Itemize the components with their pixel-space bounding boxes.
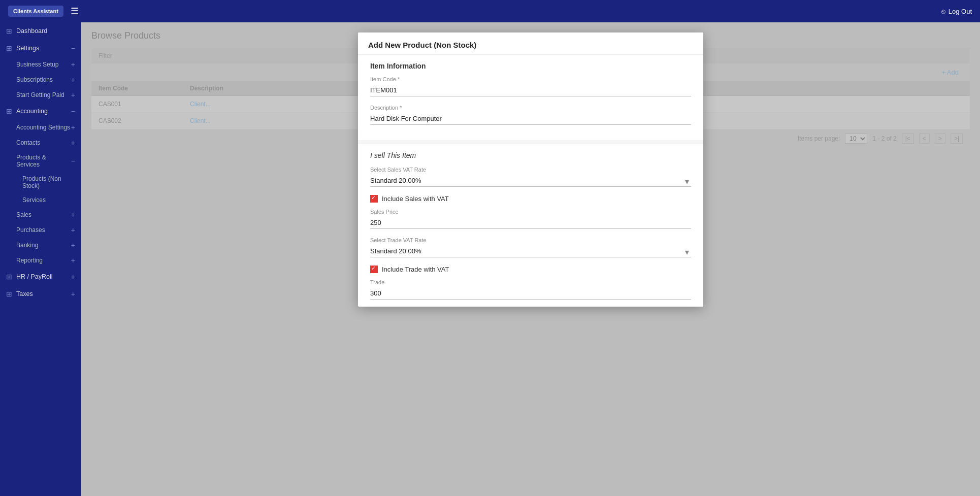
trade-vat-label: Select Trade VAT Rate [370,237,691,243]
reporting-expand-icon: + [71,256,75,264]
sidebar-label-banking: Banking [16,242,38,249]
sales-price-group: Sales Price [370,209,691,229]
trade-vat-group: Select Trade VAT Rate Standard 20.00%Red… [370,237,691,257]
include-sales-vat-row: Include Sales with VAT [370,195,691,203]
trade-input[interactable] [370,287,691,300]
sidebar-item-products-non-stock[interactable]: Products (Non Stock) [0,172,81,193]
sidebar-label-reporting: Reporting [16,257,43,264]
sidebar-label-dashboard: Dashboard [16,27,47,35]
business-setup-expand-icon: + [71,60,75,69]
item-code-label: Item Code * [370,76,691,82]
sidebar-label-accounting: Accounting [16,108,48,115]
trade-vat-select[interactable]: Standard 20.00%Reduced 5.00%Zero 0.00%Ex… [370,245,691,257]
taxes-expand-icon: + [71,290,75,298]
description-input[interactable] [370,113,691,125]
products-services-collapse-icon: − [71,157,75,165]
item-info-title: Item Information [370,62,691,70]
accounting-settings-expand-icon: + [71,123,75,131]
subscriptions-expand-icon: + [71,76,75,84]
banking-expand-icon: + [71,241,75,249]
sidebar-label-products-non-stock: Products (Non Stock) [22,175,75,189]
taxes-icon: ⊞ [6,290,12,298]
item-code-group: Item Code * [370,76,691,96]
logout-icon: ⎋ [941,8,945,15]
hr-payroll-expand-icon: + [71,273,75,281]
start-getting-paid-expand-icon: + [71,91,75,99]
modal-overlay: Add New Product (Non Stock) Item Informa… [81,22,980,496]
sidebar-item-contacts[interactable]: Contacts + [0,135,81,150]
sidebar-item-services[interactable]: Services [0,193,81,207]
sidebar-label-subscriptions: Subscriptions [16,76,53,83]
topbar: Clients Assistant ☰ ⎋ Log Out [0,0,980,22]
sidebar-label-start-getting-paid: Start Getting Paid [16,91,64,98]
sales-vat-select-wrapper: Standard 20.00%Reduced 5.00%Zero 0.00%Ex… [370,175,691,187]
trade-group: Trade [370,279,691,300]
include-sales-vat-checkbox[interactable] [370,195,378,203]
trade-vat-select-wrapper: Standard 20.00%Reduced 5.00%Zero 0.00%Ex… [370,245,691,257]
sidebar-label-settings: Settings [16,45,39,52]
include-trade-vat-label: Include Trade with VAT [382,266,449,273]
sidebar-item-settings[interactable]: ⊞ Settings − [0,40,81,57]
sidebar-label-purchases: Purchases [16,226,45,234]
accounting-icon: ⊞ [6,107,12,115]
app-logo: Clients Assistant [8,6,63,17]
include-trade-vat-checkbox[interactable] [370,266,378,273]
sidebar-item-products-services[interactable]: Products & Services − [0,150,81,172]
sidebar-item-accounting-settings[interactable]: Accounting Settings + [0,120,81,135]
item-info-section: Item Information Item Code * Description… [358,55,703,140]
sidebar-item-dashboard[interactable]: ⊞ Dashboard [0,22,81,40]
sidebar-label-sales: Sales [16,211,31,218]
settings-icon: ⊞ [6,44,12,52]
main-layout: ⊞ Dashboard ⊞ Settings − Business Setup … [0,22,980,496]
settings-collapse-icon: − [71,44,75,52]
sidebar-item-purchases[interactable]: Purchases + [0,222,81,238]
topbar-left: Clients Assistant ☰ [8,6,79,17]
sales-price-label: Sales Price [370,209,691,215]
accounting-collapse-icon: − [71,107,75,115]
sidebar-item-banking[interactable]: Banking + [0,238,81,253]
sidebar-label-accounting-settings: Accounting Settings [16,124,70,131]
sell-section-title: I sell This Item [370,151,691,159]
sidebar-label-taxes: Taxes [16,290,33,297]
hr-payroll-icon: ⊞ [6,273,12,281]
description-label: Description * [370,105,691,111]
sell-section: I sell This Item Select Sales VAT Rate S… [358,144,703,307]
sidebar-item-start-getting-paid[interactable]: Start Getting Paid + [0,87,81,103]
sidebar-label-hr-payroll: HR / PayRoll [16,273,53,280]
content-area: Browse Products Filter + Add Item Code D… [81,22,980,496]
sidebar-label-business-setup: Business Setup [16,61,58,68]
modal-add-product: Add New Product (Non Stock) Item Informa… [358,32,703,307]
trade-label: Trade [370,279,691,285]
sidebar-label-contacts: Contacts [16,139,40,146]
include-trade-vat-row: Include Trade with VAT [370,266,691,273]
hamburger-icon[interactable]: ☰ [71,6,79,17]
sidebar-item-hr-payroll[interactable]: ⊞ HR / PayRoll + [0,268,81,285]
sales-expand-icon: + [71,211,75,219]
item-code-input[interactable] [370,84,691,96]
description-group: Description * [370,105,691,125]
sales-price-input[interactable] [370,217,691,229]
sidebar-item-accounting[interactable]: ⊞ Accounting − [0,103,81,120]
purchases-expand-icon: + [71,226,75,234]
modal-body: Item Information Item Code * Description… [358,55,703,307]
sidebar-item-business-setup[interactable]: Business Setup + [0,57,81,72]
sidebar-item-reporting[interactable]: Reporting + [0,253,81,268]
sidebar-label-services: Services [22,196,46,204]
sales-vat-select[interactable]: Standard 20.00%Reduced 5.00%Zero 0.00%Ex… [370,175,691,187]
sales-vat-group: Select Sales VAT Rate Standard 20.00%Red… [370,167,691,187]
modal-header: Add New Product (Non Stock) [358,32,703,55]
include-sales-vat-label: Include Sales with VAT [382,195,449,203]
sidebar-item-taxes[interactable]: ⊞ Taxes + [0,285,81,303]
sidebar-item-subscriptions[interactable]: Subscriptions + [0,72,81,87]
sidebar-item-sales[interactable]: Sales + [0,207,81,222]
sales-vat-label: Select Sales VAT Rate [370,167,691,173]
sidebar: ⊞ Dashboard ⊞ Settings − Business Setup … [0,22,81,496]
contacts-expand-icon: + [71,139,75,147]
logout-button[interactable]: ⎋ Log Out [941,8,972,15]
sidebar-label-products-services: Products & Services [16,154,71,168]
dashboard-icon: ⊞ [6,27,12,35]
